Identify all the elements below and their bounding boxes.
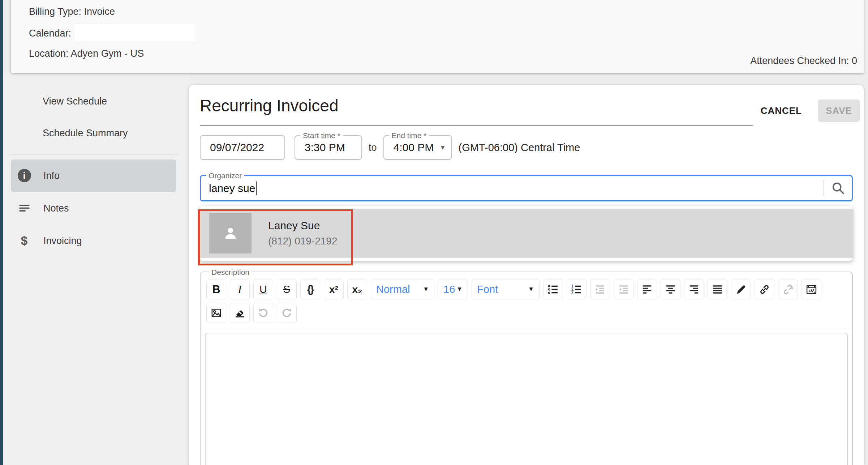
sidebar-item-info[interactable]: iInfo [11, 159, 176, 192]
undo-button[interactable] [253, 303, 273, 323]
font-size-dropdown[interactable]: 16▼ [438, 280, 468, 299]
bold-icon: B [212, 284, 220, 295]
left-nav-strip [0, 0, 3, 465]
superscript-icon: x² [329, 285, 338, 295]
sidebar-item-label: Notes [43, 202, 69, 214]
sidebar-divider [10, 154, 177, 154]
indent-icon [594, 283, 606, 295]
bullet-list-button[interactable] [543, 280, 563, 299]
code-brackets-icon: {} [307, 285, 313, 294]
billing-type-text: Billing Type: Invoice [29, 6, 115, 17]
event-summary-card: Billing Type: Invoice Calendar: Location… [11, 0, 864, 73]
suggestion-row[interactable]: Laney Sue (812) 019-2192 [200, 209, 853, 258]
suggestion-phone: (812) 019-2192 [268, 235, 337, 247]
superscript-button[interactable]: x² [324, 280, 344, 299]
subscript-button[interactable]: x₂ [347, 280, 367, 299]
undo-icon [257, 307, 269, 319]
bold-button[interactable]: B [206, 280, 226, 299]
toolbar-row-1: BIUS{}x²x₂Normal▼16▼Font▼123 [206, 280, 846, 299]
end-time-field[interactable]: End time * 4:00 PM ▼ [383, 135, 452, 160]
info-icon: i [17, 169, 31, 182]
cancel-button[interactable]: CANCEL [752, 99, 811, 122]
description-editor[interactable] [205, 333, 848, 465]
font-family-value: Font [477, 283, 498, 296]
redo-icon [281, 307, 293, 319]
pen-button[interactable] [731, 280, 751, 299]
align-right-icon [688, 283, 700, 295]
code-brackets-button[interactable]: {} [300, 280, 320, 299]
end-time-value: 4:00 PM [384, 141, 434, 154]
event-edit-card: Recurring Invoiced CANCEL SAVE 09/07/202… [189, 85, 864, 465]
app-root: Billing Type: Invoice Calendar: Location… [0, 0, 868, 465]
eraser-button[interactable] [230, 303, 250, 323]
svg-text:3: 3 [571, 291, 573, 295]
date-value: 09/07/2022 [201, 141, 264, 154]
chevron-down-icon: ▼ [528, 286, 534, 293]
suggestion-text: Laney Sue (812) 019-2192 [268, 219, 337, 247]
title-underline [200, 125, 753, 126]
subscript-icon: x₂ [352, 285, 362, 295]
source-code-icon [805, 283, 817, 295]
organizer-suggestions-panel: Laney Sue (812) 019-2192 [200, 206, 853, 261]
align-justify-button[interactable] [708, 280, 727, 299]
align-left-icon [641, 283, 653, 295]
unlink-button[interactable] [778, 280, 798, 299]
indent-button[interactable] [590, 280, 610, 299]
suggestion-name: Laney Sue [268, 219, 337, 232]
image-icon [210, 307, 222, 319]
outdent-icon [618, 283, 629, 295]
unlink-icon [782, 283, 794, 295]
text-cursor [256, 182, 257, 195]
sidebar-item-label: Info [43, 170, 60, 182]
notes-icon [17, 201, 31, 215]
sidebar-item-invoicing[interactable]: $Invoicing [11, 225, 176, 257]
paragraph-style-dropdown[interactable]: Normal▼ [371, 280, 434, 299]
font-size-value: 16 [443, 283, 455, 296]
person-icon [222, 225, 239, 242]
font-family-dropdown[interactable]: Font▼ [472, 280, 540, 299]
align-right-button[interactable] [684, 280, 704, 299]
redo-button[interactable] [277, 303, 297, 323]
eraser-icon [234, 307, 246, 319]
chevron-down-icon: ▼ [456, 286, 463, 293]
strikethrough-icon: S [283, 284, 290, 295]
save-button[interactable]: SAVE [818, 99, 860, 122]
organizer-field[interactable]: Organizer laney sue [200, 175, 853, 201]
location-text: Location: Adyen Gym - US [29, 48, 144, 59]
sidebar-link-view-schedule[interactable]: View Schedule [3, 90, 189, 113]
strikethrough-button[interactable]: S [277, 280, 297, 299]
timezone-text: (GMT-06:00) Central Time [459, 141, 580, 154]
start-time-value: 3:30 PM [295, 141, 345, 154]
start-time-label: Start time * [300, 131, 343, 140]
align-left-button[interactable] [637, 280, 657, 299]
align-justify-icon [712, 283, 723, 295]
calendar-value-field[interactable] [75, 24, 195, 42]
sidebar-link-schedule-summary[interactable]: Schedule Summary [3, 121, 189, 145]
organizer-input-value: laney sue [201, 182, 255, 195]
date-field[interactable]: 09/07/2022 [200, 135, 285, 160]
align-center-button[interactable] [661, 280, 680, 299]
attendees-checked-in-text: Attendees Checked In: 0 [750, 55, 857, 67]
to-text: to [369, 142, 377, 153]
source-code-button[interactable] [802, 280, 821, 299]
rich-text-toolbar: BIUS{}x²x₂Normal▼16▼Font▼123 [201, 272, 852, 328]
sidebar-links: View ScheduleSchedule Summary [3, 90, 189, 145]
underline-button[interactable]: U [253, 280, 273, 299]
bullet-list-icon [547, 283, 559, 295]
underline-icon: U [259, 284, 267, 295]
end-time-label: End time * [389, 131, 429, 140]
ordered-list-button[interactable]: 123 [567, 280, 586, 299]
avatar [209, 213, 252, 253]
description-label: Description [209, 268, 252, 277]
outdent-button[interactable] [614, 280, 633, 299]
sidebar-item-notes[interactable]: Notes [11, 192, 176, 225]
image-button[interactable] [206, 303, 226, 323]
italic-button[interactable]: I [230, 280, 250, 299]
sidebar-item-label: Invoicing [43, 235, 82, 247]
chevron-down-icon: ▼ [423, 286, 429, 293]
start-time-field[interactable]: Start time * 3:30 PM [295, 135, 362, 160]
pen-icon [735, 283, 747, 295]
search-icon[interactable] [831, 181, 845, 195]
organizer-field-divider [824, 180, 824, 196]
link-button[interactable] [755, 280, 774, 299]
